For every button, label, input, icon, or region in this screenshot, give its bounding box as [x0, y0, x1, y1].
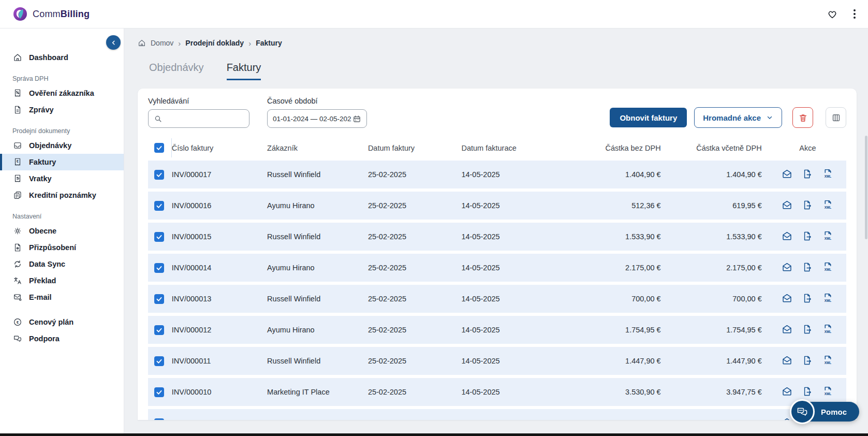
invoice-table-row[interactable]: INV/000009 Marketing IT Place 25-02-2025… — [148, 409, 846, 420]
export-xml-button[interactable]: XML — [822, 199, 833, 210]
send-email-button[interactable] — [782, 230, 792, 241]
columns-settings-button[interactable] — [826, 107, 846, 128]
breadcrumb-separator: › — [248, 39, 251, 47]
cell-number: INV/000013 — [172, 285, 267, 313]
xml-file-icon: XML — [822, 199, 833, 210]
calendar-icon — [352, 114, 361, 123]
sidebar-item-obecne[interactable]: Obecne — [0, 223, 124, 239]
chevron-left-icon — [110, 39, 117, 46]
bulk-actions-button[interactable]: Hromadné akce — [694, 107, 782, 128]
sidebar-item-prizpusobeni[interactable]: Přizpůsobení — [0, 239, 124, 256]
header-zakaznik[interactable]: Zákazník — [267, 138, 368, 157]
invoice-table-row[interactable]: INV/000012 Ayumu Hirano 25-02-2025 14-05… — [148, 316, 846, 344]
sidebar-item-data-sync[interactable]: Data Sync — [0, 256, 124, 272]
row-checkbox[interactable] — [154, 325, 164, 335]
sidebar-item-objednavky[interactable]: Objednávky — [0, 137, 124, 154]
export-xml-button[interactable]: XML — [822, 293, 833, 303]
export-xml-button[interactable]: XML — [822, 261, 833, 272]
sidebar-item-vratky[interactable]: Vratky — [0, 170, 124, 187]
send-email-button[interactable] — [782, 261, 792, 272]
search-box — [148, 109, 249, 128]
svg-text:XML: XML — [825, 175, 831, 178]
row-checkbox[interactable] — [154, 356, 164, 366]
xml-file-icon: XML — [822, 230, 833, 241]
invoice-table-row[interactable]: INV/000014 Ayumu Hirano 25-02-2025 14-05… — [148, 254, 846, 282]
delete-button[interactable] — [792, 107, 813, 128]
vertical-scrollbar-thumb[interactable] — [865, 136, 867, 239]
send-email-button[interactable] — [782, 386, 792, 397]
cell-amount-net: 1.447,90 € — [578, 347, 668, 375]
sidebar-item-kreditni-poznamky[interactable]: Kreditní poznámky — [0, 187, 124, 204]
sidebar-item-preklad[interactable]: Překlad — [0, 272, 124, 289]
invoice-table-row[interactable]: INV/000017 Russell Winfield 25-02-2025 1… — [148, 161, 846, 188]
breadcrumb-home-icon[interactable] — [138, 39, 146, 47]
app-logo[interactable]: CommBilling — [12, 6, 90, 22]
header-datum-faktury[interactable]: Datum faktury — [368, 138, 462, 157]
send-email-button[interactable] — [782, 324, 792, 335]
xml-file-icon: XML — [822, 261, 833, 272]
row-checkbox[interactable] — [154, 387, 164, 397]
send-email-button[interactable] — [782, 199, 792, 210]
export-xml-button[interactable]: XML — [822, 230, 833, 241]
invoice-table-row[interactable]: INV/000013 Russell Winfield 25-02-2025 1… — [148, 285, 846, 313]
sidebar-item-podpora[interactable]: Podpora — [0, 330, 124, 347]
refresh-invoices-button[interactable]: Obnovit faktury — [610, 108, 687, 127]
send-email-button[interactable] — [782, 293, 792, 303]
cell-customer: Russell Winfield — [267, 285, 368, 313]
row-checkbox[interactable] — [154, 232, 164, 242]
sidebar-item-zpravy[interactable]: Zprávy — [0, 101, 124, 118]
xml-file-icon: XML — [822, 355, 833, 366]
kebab-menu-icon — [854, 9, 856, 19]
sidebar-item-label: Vratky — [29, 175, 52, 183]
sidebar-item-faktury[interactable]: € Faktury — [0, 154, 124, 170]
tab-faktury[interactable]: Faktury — [227, 62, 261, 80]
invoice-table-row[interactable]: INV/000010 Marketing IT Place 25-02-2025… — [148, 378, 846, 406]
export-document-button[interactable] — [802, 293, 813, 303]
breadcrumb-item-domov[interactable]: Domov — [151, 39, 173, 47]
help-widget[interactable]: Pomoc — [790, 399, 859, 424]
select-all-checkbox[interactable] — [154, 143, 164, 153]
tab-objednavky[interactable]: Objednávky — [149, 62, 204, 80]
row-checkbox[interactable] — [154, 418, 164, 420]
export-document-button[interactable] — [802, 355, 813, 366]
sidebar-collapse-button[interactable] — [106, 35, 121, 50]
export-xml-button[interactable]: XML — [822, 168, 833, 179]
export-document-button[interactable] — [802, 200, 813, 210]
xml-file-icon: XML — [822, 293, 833, 303]
header-datum-fakturace[interactable]: Datum fakturace — [461, 138, 577, 157]
header-cislo-faktury[interactable]: Číslo faktury — [172, 138, 267, 157]
invoice-table-row[interactable]: INV/000015 Russell Winfield 25-02-2025 1… — [148, 223, 846, 251]
breadcrumb-item-prodejni-doklady[interactable]: Prodejní doklady — [185, 39, 244, 47]
header-castka-vcetne-dph[interactable]: Částka včetně DPH — [668, 138, 769, 157]
export-xml-button[interactable]: XML — [822, 324, 833, 335]
row-checkbox[interactable] — [154, 294, 164, 304]
favorites-heart-button[interactable] — [827, 8, 838, 20]
export-xml-button[interactable]: XML — [822, 355, 833, 366]
send-email-button[interactable] — [782, 355, 792, 366]
cell-amount-gross: 1.404,90 € — [668, 161, 769, 188]
sidebar-item-overeni-zakaznika[interactable]: Ověření zákazníka — [0, 85, 124, 101]
export-document-button[interactable] — [802, 386, 813, 397]
invoice-table-row[interactable]: INV/000011 Russell Winfield 25-02-2025 1… — [148, 347, 846, 375]
brand-logo-icon — [12, 6, 28, 22]
row-checkbox[interactable] — [154, 263, 164, 273]
sidebar-item-cenovy-plan[interactable]: € Cenový plán — [0, 314, 124, 330]
heart-icon — [827, 8, 838, 20]
row-checkbox[interactable] — [154, 170, 164, 180]
search-input[interactable] — [163, 115, 244, 123]
overflow-menu-button[interactable] — [854, 9, 856, 19]
header-castka-bez-dph[interactable]: Částka bez DPH — [578, 138, 668, 157]
export-document-button[interactable] — [802, 169, 813, 179]
invoice-table-row[interactable]: INV/000016 Ayumu Hirano 25-02-2025 14-05… — [148, 192, 846, 220]
export-xml-button[interactable]: XML — [822, 386, 833, 397]
export-document-button[interactable] — [802, 324, 813, 335]
row-checkbox[interactable] — [154, 201, 164, 211]
send-email-button[interactable] — [782, 168, 792, 179]
sidebar-item-dashboard[interactable]: Dashboard — [0, 49, 124, 66]
export-document-button[interactable] — [802, 231, 813, 241]
cell-amount-net: 700,00 € — [578, 285, 668, 313]
sidebar-item-email[interactable]: E-mail — [0, 289, 124, 306]
date-range-field[interactable]: 01-01-2024 — 02-05-202 — [267, 109, 367, 128]
export-document-button[interactable] — [802, 262, 813, 272]
cell-amount-gross: 1.447,90 € — [668, 347, 769, 375]
